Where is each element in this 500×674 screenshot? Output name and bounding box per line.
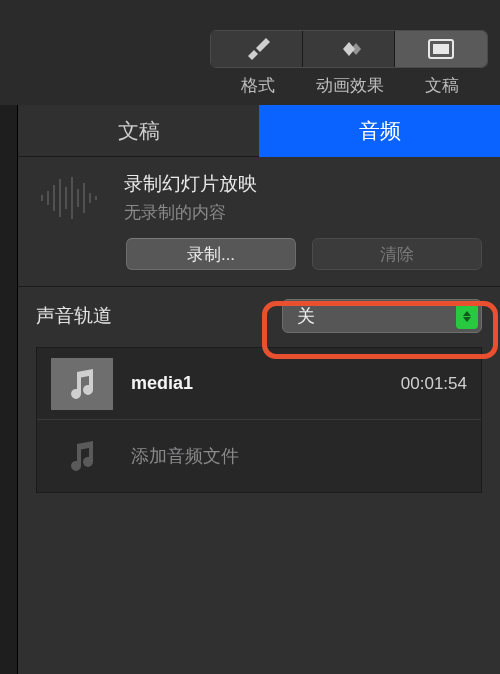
media-duration: 00:01:54 [401,374,467,394]
diamond-icon [335,39,363,59]
sub-tab-document[interactable]: 文稿 [18,105,259,157]
add-media-thumbnail [51,430,113,482]
scroll-gutter[interactable] [0,105,18,674]
soundtrack-mode-dropdown[interactable]: 关 [282,299,482,333]
dropdown-value: 关 [297,304,315,328]
media-name: media1 [131,373,383,394]
record-title: 录制幻灯片放映 [124,171,257,197]
record-text: 录制幻灯片放映 无录制的内容 [124,171,257,224]
format-tab-button[interactable] [211,31,303,67]
format-tab-label: 格式 [212,74,304,97]
inspector-panel: 文稿 音频 [0,105,500,674]
document-icon [428,39,454,59]
record-button[interactable]: 录制... [126,238,296,270]
sub-tabs: 文稿 音频 [18,105,500,157]
animate-tab-label: 动画效果 [304,74,396,97]
media-list: media1 00:01:54 添加音频文件 [36,347,482,493]
animate-tab-button[interactable] [303,31,395,67]
inspector-mode-labels: 格式 动画效果 文稿 [212,74,488,97]
svg-rect-1 [433,44,449,54]
panel-body: 文稿 音频 [18,105,500,674]
inspector-mode-segmented [210,30,488,68]
soundtrack-section: 声音轨道 关 media1 [18,287,500,509]
inspector-header: 格式 动画效果 文稿 [0,0,500,105]
music-note-icon [67,440,97,472]
soundtrack-label: 声音轨道 [36,303,112,329]
document-tab-button[interactable] [395,31,487,67]
add-media-label: 添加音频文件 [131,444,467,468]
media-thumbnail [51,358,113,410]
dropdown-stepper-icon [456,303,478,329]
record-subtitle: 无录制的内容 [124,201,257,224]
add-media-row[interactable]: 添加音频文件 [37,420,481,492]
brush-icon [244,38,270,60]
music-note-icon [67,368,97,400]
sub-tab-audio[interactable]: 音频 [259,105,500,157]
document-tab-label: 文稿 [396,74,488,97]
media-row[interactable]: media1 00:01:54 [37,348,481,420]
clear-button: 清除 [312,238,482,270]
record-slideshow-section: 录制幻灯片放映 无录制的内容 录制... 清除 [18,157,500,287]
waveform-icon [36,173,106,223]
